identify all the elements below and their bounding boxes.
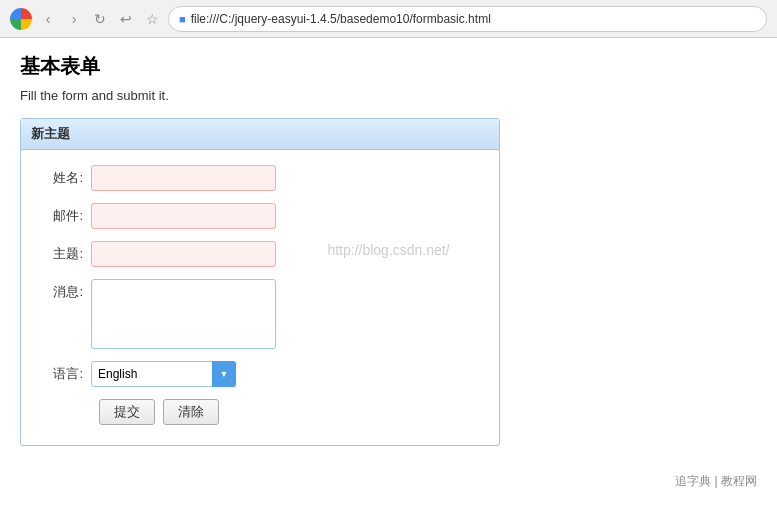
subject-input[interactable] bbox=[91, 241, 276, 267]
message-label: 消息: bbox=[41, 279, 91, 301]
language-label: 语言: bbox=[41, 361, 91, 383]
page-content: http://blog.csdn.net/ 基本表单 Fill the form… bbox=[0, 38, 777, 461]
refresh-button[interactable]: ↻ bbox=[90, 9, 110, 29]
page-subtitle: Fill the form and submit it. bbox=[20, 88, 757, 103]
form-buttons: 提交 清除 bbox=[41, 399, 479, 425]
address-text: file:///C:/jquery-easyui-1.4.5/basedemo1… bbox=[191, 12, 491, 26]
language-select[interactable]: English Chinese French German Japanese bbox=[91, 361, 236, 387]
undo-button[interactable]: ↩ bbox=[116, 9, 136, 29]
subject-label: 主题: bbox=[41, 241, 91, 263]
name-label: 姓名: bbox=[41, 165, 91, 187]
email-row: 邮件: bbox=[41, 203, 479, 229]
email-input[interactable] bbox=[91, 203, 276, 229]
panel-body: 姓名: 邮件: 主题: 消息: 语言: bbox=[21, 150, 499, 445]
address-security-icon: ■ bbox=[179, 13, 186, 25]
submit-button[interactable]: 提交 bbox=[99, 399, 155, 425]
star-button[interactable]: ☆ bbox=[142, 9, 162, 29]
language-row: 语言: English Chinese French German Japane… bbox=[41, 361, 479, 387]
chrome-logo bbox=[10, 8, 32, 30]
message-textarea[interactable] bbox=[91, 279, 276, 349]
browser-chrome: ‹ › ↻ ↩ ☆ ■ file:///C:/jquery-easyui-1.4… bbox=[0, 0, 777, 38]
name-input[interactable] bbox=[91, 165, 276, 191]
message-row: 消息: bbox=[41, 279, 479, 349]
subject-row: 主题: bbox=[41, 241, 479, 267]
reset-button[interactable]: 清除 bbox=[163, 399, 219, 425]
form-panel: 新主题 姓名: 邮件: 主题: 消息: bbox=[20, 118, 500, 446]
back-button[interactable]: ‹ bbox=[38, 9, 58, 29]
name-row: 姓名: bbox=[41, 165, 479, 191]
forward-button[interactable]: › bbox=[64, 9, 84, 29]
email-label: 邮件: bbox=[41, 203, 91, 225]
language-select-wrapper: English Chinese French German Japanese bbox=[91, 361, 236, 387]
watermark-text: 追字典 | 教程网 bbox=[675, 474, 757, 488]
watermark: 追字典 | 教程网 bbox=[675, 473, 757, 490]
panel-header: 新主题 bbox=[21, 119, 499, 150]
address-bar[interactable]: ■ file:///C:/jquery-easyui-1.4.5/basedem… bbox=[168, 6, 767, 32]
page-title: 基本表单 bbox=[20, 53, 757, 80]
